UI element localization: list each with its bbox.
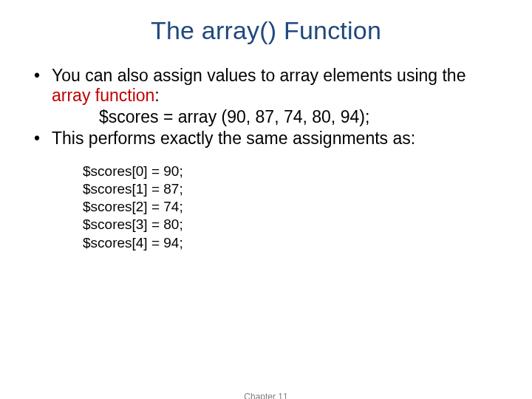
assignment-line: $scores[3] = 80; bbox=[83, 216, 502, 233]
assignment-line: $scores[1] = 87; bbox=[83, 180, 502, 198]
bullet-item-1: You can also assign values to array elem… bbox=[31, 66, 502, 127]
bullet1-text-post: : bbox=[154, 86, 159, 105]
assignment-line: $scores[2] = 74; bbox=[83, 198, 502, 216]
slide: The array() Function You can also assign… bbox=[0, 16, 532, 399]
code-line: $scores = array (90, 87, 74, 80, 94); bbox=[52, 107, 502, 127]
bullet2-text: This performs exactly the same assignmen… bbox=[52, 129, 415, 148]
bullet-item-2: This performs exactly the same assignmen… bbox=[31, 129, 502, 149]
slide-body: You can also assign values to array elem… bbox=[0, 66, 532, 252]
assignment-block: $scores[0] = 90; $scores[1] = 87; $score… bbox=[31, 163, 502, 253]
slide-title: The array() Function bbox=[0, 16, 532, 45]
bullet1-text-pre: You can also assign values to array elem… bbox=[52, 66, 466, 85]
assignment-line: $scores[0] = 90; bbox=[83, 163, 502, 180]
assignment-line: $scores[4] = 94; bbox=[83, 234, 502, 252]
footer-chapter: Chapter 11 bbox=[0, 392, 532, 399]
bullet1-text-red: array function bbox=[52, 86, 154, 105]
bullet-list: You can also assign values to array elem… bbox=[31, 66, 502, 149]
